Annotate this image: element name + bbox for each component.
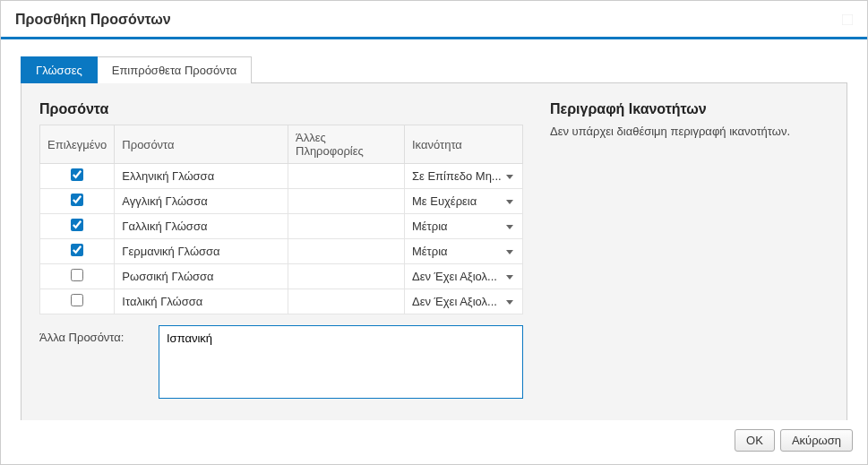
table-row: Αγγλική ΓλώσσαΜε Ευχέρεια <box>40 189 523 214</box>
ability-value: Μέτρια <box>412 220 515 233</box>
ability-dropdown[interactable]: Με Ευχέρεια <box>412 194 515 208</box>
row-other-info[interactable] <box>288 164 405 189</box>
ability-dropdown[interactable]: Μέτρια <box>412 245 515 258</box>
row-checkbox[interactable] <box>71 269 83 281</box>
col-header-selected[interactable]: Επιλεγμένο <box>40 125 115 164</box>
row-checkbox-cell <box>40 289 115 314</box>
row-checkbox[interactable] <box>71 244 83 256</box>
abilities-description-column: Περιγραφή Ικανοτήτων Δεν υπάρχει διαθέσι… <box>550 101 829 399</box>
ability-value: Με Ευχέρεια <box>412 194 515 208</box>
qualifications-column: Προσόντα Επιλεγμένο Προσόντα Άλλες Πληρο… <box>39 101 523 399</box>
ability-value: Δεν Έχει Αξιολ... <box>412 270 515 283</box>
row-ability-cell: Μέτρια <box>405 214 523 239</box>
dialog-body: Γλώσσες Επιπρόσθετα Προσόντα Προσόντα Επ… <box>1 39 867 420</box>
row-qualification-name: Ιταλική Γλώσσα <box>115 289 288 314</box>
cancel-button[interactable]: Ακύρωση <box>780 429 853 452</box>
abilities-description-text: Δεν υπάρχει διαθέσιμη περιγραφή ικανοτήτ… <box>550 125 829 138</box>
row-ability-cell: Δεν Έχει Αξιολ... <box>405 264 523 289</box>
row-checkbox-cell <box>40 214 115 239</box>
row-other-info[interactable] <box>288 289 405 314</box>
other-qualifications-row: Άλλα Προσόντα: <box>39 325 523 399</box>
row-checkbox[interactable] <box>71 168 83 181</box>
table-row: Γερμανική ΓλώσσαΜέτρια <box>40 239 523 264</box>
other-qualifications-label: Άλλα Προσόντα: <box>39 325 142 344</box>
ability-dropdown[interactable]: Δεν Έχει Αξιολ... <box>412 270 515 283</box>
row-ability-cell: Μέτρια <box>405 239 523 264</box>
table-row: Ρωσσική ΓλώσσαΔεν Έχει Αξιολ... <box>40 264 523 289</box>
col-header-ability[interactable]: Ικανότητα <box>405 125 523 164</box>
table-row: Γαλλική ΓλώσσαΜέτρια <box>40 214 523 239</box>
qualifications-table: Επιλεγμένο Προσόντα Άλλες Πληροφορίες Ικ… <box>39 125 523 314</box>
row-checkbox-cell <box>40 239 115 264</box>
svg-rect-0 <box>842 14 853 25</box>
add-qualifications-dialog: Προσθήκη Προσόντων Γλώσσες Επιπρόσθετα Π… <box>0 0 868 465</box>
table-row: Ιταλική ΓλώσσαΔεν Έχει Αξιολ... <box>40 289 523 314</box>
dialog-footer: OK Ακύρωση <box>1 420 867 464</box>
abilities-description-title: Περιγραφή Ικανοτήτων <box>550 101 829 117</box>
col-header-qualifications[interactable]: Προσόντα <box>115 125 288 164</box>
row-checkbox[interactable] <box>71 219 83 231</box>
ability-value: Δεν Έχει Αξιολ... <box>412 295 515 308</box>
dialog-title: Προσθήκη Προσόντων <box>15 12 171 28</box>
row-qualification-name: Γαλλική Γλώσσα <box>115 214 288 239</box>
tab-panel: Προσόντα Επιλεγμένο Προσόντα Άλλες Πληρο… <box>21 82 847 420</box>
tab-languages[interactable]: Γλώσσες <box>21 56 98 83</box>
row-ability-cell: Δεν Έχει Αξιολ... <box>405 289 523 314</box>
row-qualification-name: Γερμανική Γλώσσα <box>115 239 288 264</box>
close-icon[interactable] <box>842 14 853 25</box>
row-other-info[interactable] <box>288 189 405 214</box>
ability-value: Σε Επίπεδο Μη... <box>412 169 515 183</box>
table-row: Ελληνική ΓλώσσαΣε Επίπεδο Μη... <box>40 164 523 189</box>
row-other-info[interactable] <box>288 214 405 239</box>
row-checkbox[interactable] <box>71 194 83 206</box>
row-other-info[interactable] <box>288 239 405 264</box>
row-other-info[interactable] <box>288 264 405 289</box>
row-checkbox-cell <box>40 189 115 214</box>
row-ability-cell: Με Ευχέρεια <box>405 189 523 214</box>
qualifications-title: Προσόντα <box>39 101 523 117</box>
row-checkbox-cell <box>40 164 115 189</box>
row-qualification-name: Ρωσσική Γλώσσα <box>115 264 288 289</box>
ability-dropdown[interactable]: Μέτρια <box>412 220 515 233</box>
ok-button[interactable]: OK <box>735 429 775 452</box>
other-qualifications-input[interactable] <box>159 325 523 399</box>
ability-dropdown[interactable]: Δεν Έχει Αξιολ... <box>412 295 515 308</box>
tab-additional[interactable]: Επιπρόσθετα Προσόντα <box>98 56 252 83</box>
row-checkbox-cell <box>40 264 115 289</box>
dialog-header: Προσθήκη Προσόντων <box>1 1 867 39</box>
tabs: Γλώσσες Επιπρόσθετα Προσόντα <box>21 56 847 82</box>
row-checkbox[interactable] <box>71 294 83 306</box>
ability-dropdown[interactable]: Σε Επίπεδο Μη... <box>412 169 515 183</box>
row-ability-cell: Σε Επίπεδο Μη... <box>405 164 523 189</box>
row-qualification-name: Ελληνική Γλώσσα <box>115 164 288 189</box>
col-header-other-info[interactable]: Άλλες Πληροφορίες <box>288 125 405 164</box>
row-qualification-name: Αγγλική Γλώσσα <box>115 189 288 214</box>
ability-value: Μέτρια <box>412 245 515 258</box>
